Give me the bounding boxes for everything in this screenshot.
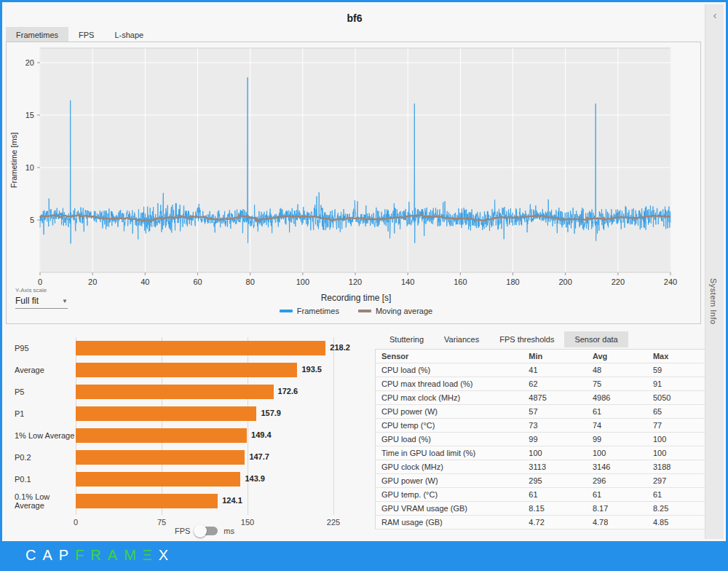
bar-label: P5: [6, 387, 76, 396]
svg-text:80: 80: [246, 277, 255, 286]
bar-fill[interactable]: [76, 341, 325, 355]
table-row[interactable]: GPU power (W)295296297: [376, 474, 711, 488]
yaxis-scale-label: Y-Axis scale: [15, 287, 95, 294]
footer-bar: CAPFRAMΞX: [2, 541, 726, 569]
table-cell: 8.15: [523, 502, 587, 516]
table-row[interactable]: GPU VRAM usage (GB)8.158.178.25: [376, 502, 711, 516]
svg-text:20: 20: [25, 58, 34, 67]
system-info-sidebar: ‹ System Info: [705, 4, 724, 539]
table-row[interactable]: Time in GPU load limit (%)100100100: [376, 446, 711, 460]
chart-view-tabs: FrametimesFPSL-shape: [6, 27, 154, 43]
svg-text:240: 240: [664, 277, 677, 286]
bar-x-tick: 150: [241, 518, 254, 527]
unit-toggle-row: FPS ms: [76, 527, 333, 535]
bar-row-1-low-average: 1% Low Average149.4: [6, 425, 370, 446]
bar-track: 149.4: [76, 428, 370, 443]
table-row[interactable]: RAM usage (GB)4.724.784.85: [376, 516, 711, 529]
table-cell: 4875: [523, 391, 587, 405]
table-cell: CPU power (W): [376, 405, 523, 419]
bar-value: 218.2: [330, 343, 350, 352]
bar-track: 193.5: [76, 363, 370, 377]
stats-tab-fps-thresholds[interactable]: FPS thresholds: [489, 331, 564, 347]
legend-label: Moving average: [376, 307, 432, 315]
stats-tab-variances[interactable]: Variances: [434, 331, 489, 347]
table-cell: CPU max thread load (%): [376, 377, 523, 391]
bar-row-p1: P1157.9: [6, 403, 370, 425]
table-cell: GPU load (%): [376, 433, 523, 446]
bar-fill[interactable]: [76, 472, 240, 487]
table-cell: 61: [587, 405, 647, 419]
stats-tab-stuttering[interactable]: Stuttering: [379, 331, 434, 347]
svg-text:140: 140: [401, 277, 414, 286]
table-cell: 4986: [587, 391, 647, 405]
svg-text:20: 20: [88, 277, 97, 286]
table-row[interactable]: CPU max clock (MHz)487549865050: [376, 391, 711, 405]
statistics-tabs: StutteringVariancesFPS thresholdsSensor …: [379, 331, 711, 347]
table-cell: 61: [523, 488, 587, 502]
yaxis-scale-value: Full fit: [15, 296, 39, 306]
bar-label: P95: [6, 344, 76, 353]
chart-legend: FrametimesMoving average: [181, 307, 531, 315]
stats-tab-sensor-data[interactable]: Sensor data: [564, 331, 628, 347]
sidebar-item-system-info[interactable]: System Info: [709, 278, 718, 325]
svg-text:10: 10: [25, 163, 34, 172]
capframex-logo: CAPFRAMΞX: [25, 547, 175, 564]
legend-swatch: [280, 310, 293, 312]
table-cell: CPU max clock (MHz): [376, 391, 523, 405]
bar-fill[interactable]: [76, 406, 256, 421]
bar-x-tick: 75: [157, 518, 166, 527]
chevron-left-icon[interactable]: ‹: [710, 10, 720, 20]
table-cell: 8.17: [587, 502, 647, 516]
table-cell: 57: [523, 405, 587, 419]
table-cell: CPU load (%): [376, 363, 523, 377]
table-row[interactable]: CPU load (%)414859: [376, 363, 711, 377]
bar-x-tick: 225: [327, 518, 340, 527]
table-row[interactable]: GPU clock (MHz)311331463188: [376, 460, 711, 474]
bar-x-tick: 0: [74, 518, 78, 527]
table-cell: 100: [647, 433, 711, 446]
legend-item: Frametimes: [280, 307, 339, 315]
tab-frametimes[interactable]: Frametimes: [6, 27, 68, 43]
bar-fill[interactable]: [76, 494, 218, 508]
fps-ms-toggle[interactable]: [196, 527, 218, 535]
sensor-data-table: SensorMinAvgMax CPU load (%)414859CPU ma…: [375, 349, 711, 529]
table-header-min: Min: [523, 350, 587, 363]
bar-fill[interactable]: [76, 363, 297, 377]
table-cell: 4.72: [523, 516, 587, 529]
table-cell: 73: [523, 419, 587, 433]
bar-label: 0.1% Low Average: [6, 492, 76, 510]
table-cell: 295: [523, 474, 587, 488]
frametime-chart[interactable]: 0204060801001201401601802002202405101520…: [7, 42, 700, 323]
bar-fill[interactable]: [76, 428, 247, 443]
bar-value: 143.9: [245, 474, 265, 483]
table-cell: 100: [523, 446, 587, 460]
yaxis-scale-dropdown[interactable]: Full fit ▼: [15, 296, 68, 309]
bar-fill[interactable]: [76, 450, 245, 465]
table-row[interactable]: CPU temp (°C)737477: [376, 419, 711, 433]
table-cell: 3113: [523, 460, 587, 474]
bar-value: 147.7: [249, 452, 269, 461]
svg-text:Frametime [ms]: Frametime [ms]: [9, 133, 18, 188]
table-cell: RAM usage (GB): [376, 516, 523, 529]
table-row[interactable]: CPU power (W)576165: [376, 405, 711, 419]
table-cell: 3188: [647, 460, 711, 474]
svg-text:60: 60: [193, 277, 202, 286]
table-row[interactable]: GPU load (%)9999100: [376, 433, 711, 446]
table-cell: 41: [523, 363, 587, 377]
bar-fill[interactable]: [76, 385, 274, 399]
table-cell: 99: [523, 433, 587, 446]
bar-row-p0-1: P0.1143.9: [6, 468, 370, 490]
table-row[interactable]: GPU temp. (°C)616161: [376, 488, 711, 502]
table-cell: 4.85: [647, 516, 711, 529]
table-row[interactable]: CPU max thread load (%)627591: [376, 377, 711, 391]
toggle-label-fps: FPS: [175, 527, 190, 535]
tab-l-shape[interactable]: L-shape: [104, 27, 154, 43]
statistics-panel: StutteringVariancesFPS thresholdsSensor …: [375, 331, 711, 541]
legend-label: Frametimes: [297, 307, 339, 315]
tab-fps[interactable]: FPS: [68, 27, 104, 43]
legend-swatch: [358, 310, 371, 312]
bar-label: Average: [6, 366, 76, 374]
bar-row-p95: P95218.2: [6, 337, 370, 359]
table-header-max: Max: [647, 350, 711, 363]
table-cell: 74: [587, 419, 647, 433]
